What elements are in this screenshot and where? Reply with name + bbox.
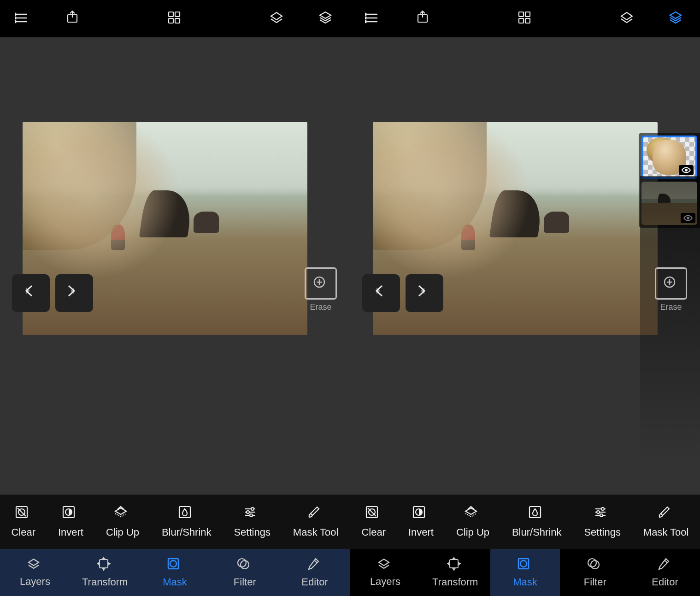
erase-label: Erase: [660, 302, 682, 312]
tool-invert[interactable]: Invert: [58, 505, 83, 538]
erase-mode-button[interactable]: [305, 267, 337, 300]
tool-blurshrink[interactable]: Blur/Shrink: [512, 505, 562, 538]
nav-mask[interactable]: Mask: [140, 549, 210, 596]
canvas[interactable]: Erase: [0, 38, 350, 495]
nav-transform[interactable]: Transform: [70, 549, 140, 596]
visibility-toggle-icon[interactable]: [681, 213, 695, 223]
tool-clipup[interactable]: Clip Up: [106, 505, 139, 538]
grid-icon[interactable]: [168, 11, 183, 27]
layers-stack-icon[interactable]: [669, 11, 685, 27]
menu-list-icon[interactable]: [15, 12, 33, 26]
layers-stack-icon[interactable]: [318, 11, 335, 27]
tool-clear[interactable]: Clear: [361, 505, 386, 538]
grid-icon[interactable]: [518, 11, 534, 27]
nav-mask[interactable]: Mask: [490, 549, 560, 596]
mask-tools-bar: Clear Invert Clip Up Blur/Shrink Setting…: [0, 495, 350, 549]
bottom-nav: Layers Transform Mask Filter Editor: [0, 549, 350, 596]
visibility-toggle-icon[interactable]: [679, 165, 694, 175]
tool-settings[interactable]: Settings: [584, 505, 621, 538]
right-panel: Erase Clear Invert Clip Up Blur/Shrink S…: [350, 0, 700, 596]
nav-filter[interactable]: Filter: [210, 549, 280, 596]
nav-editor[interactable]: Editor: [630, 549, 700, 596]
tool-masktool[interactable]: Mask Tool: [643, 505, 689, 538]
tool-settings[interactable]: Settings: [234, 505, 271, 538]
nav-transform[interactable]: Transform: [420, 549, 490, 596]
layer-icon[interactable]: [270, 11, 286, 27]
canvas[interactable]: Erase: [350, 38, 700, 495]
left-panel: Erase Clear Invert Clip Up Blur/Shrink S…: [0, 0, 350, 596]
tool-clear[interactable]: Clear: [11, 505, 35, 538]
share-icon[interactable]: [416, 10, 431, 28]
nav-layers[interactable]: Layers: [350, 549, 420, 596]
tool-blurshrink[interactable]: Blur/Shrink: [162, 505, 212, 538]
share-icon[interactable]: [65, 10, 81, 28]
nav-layers[interactable]: Layers: [0, 549, 70, 596]
top-toolbar: [350, 0, 700, 38]
undo-button[interactable]: [362, 274, 400, 312]
layers-panel: [639, 133, 700, 228]
tool-masktool[interactable]: Mask Tool: [293, 505, 339, 538]
tool-clipup[interactable]: Clip Up: [456, 505, 489, 538]
top-toolbar: [0, 0, 350, 38]
nav-filter[interactable]: Filter: [560, 549, 630, 596]
bottom-nav: Layers Transform Mask Filter Editor: [350, 549, 700, 596]
erase-mode-button[interactable]: [655, 267, 687, 300]
erase-label: Erase: [310, 302, 331, 312]
nav-editor[interactable]: Editor: [280, 549, 350, 596]
layer-thumb-beach[interactable]: [641, 182, 697, 225]
undo-button[interactable]: [12, 274, 50, 312]
mask-tools-bar: Clear Invert Clip Up Blur/Shrink Setting…: [350, 495, 700, 549]
redo-button[interactable]: [55, 274, 93, 312]
menu-list-icon[interactable]: [365, 12, 383, 26]
layer-icon[interactable]: [620, 11, 636, 27]
layer-thumb-girl[interactable]: [641, 136, 697, 179]
tool-invert[interactable]: Invert: [408, 505, 434, 538]
redo-button[interactable]: [406, 274, 443, 312]
